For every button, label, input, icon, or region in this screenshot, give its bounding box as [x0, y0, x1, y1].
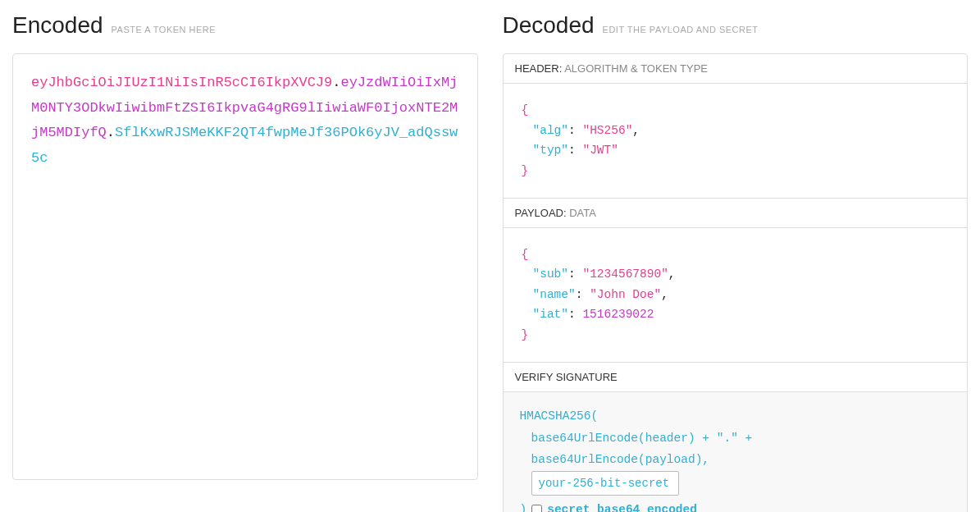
sig-line2: base64UrlEncode(payload), [520, 449, 951, 471]
jwt-header-segment: eyJhbGciOiJIUzI1NiIsInR5cCI6IkpXVCJ9 [31, 75, 332, 90]
secret-input[interactable] [531, 471, 679, 496]
secret-base64-checkbox[interactable] [531, 505, 542, 512]
jwt-dot-1: . [332, 75, 340, 90]
signature-section-label: VERIFY SIGNATURE [504, 363, 968, 392]
signature-body: HMACSHA256( base64UrlEncode(header) + ".… [504, 392, 968, 512]
encoded-title: Encoded [12, 12, 103, 39]
encoded-token-area[interactable]: eyJhbGciOiJIUzI1NiIsInR5cCI6IkpXVCJ9.eyJ… [12, 53, 478, 480]
secret-base64-label[interactable]: secret base64 encoded [547, 499, 697, 512]
header-json-area[interactable]: { "alg": "HS256", "typ": "JWT" } [504, 84, 968, 198]
encoded-column: Encoded PASTE A TOKEN HERE eyJhbGciOiJIU… [12, 12, 478, 512]
sig-func: HMACSHA256( [520, 405, 951, 427]
sig-line1: base64UrlEncode(header) + "." + [520, 427, 951, 450]
decoded-column: Decoded EDIT THE PAYLOAD AND SECRET HEAD… [503, 12, 969, 512]
encoded-hint: PASTE A TOKEN HERE [112, 25, 217, 34]
payload-section-label: PAYLOAD: DATA [504, 199, 968, 228]
decoded-hint: EDIT THE PAYLOAD AND SECRET [603, 25, 759, 34]
decoded-title: Decoded [503, 12, 595, 39]
jwt-dot-2: . [107, 125, 115, 140]
sig-close: ) [520, 499, 527, 512]
header-section-label: HEADER: ALGORITHM & TOKEN TYPE [504, 54, 968, 84]
payload-json-area[interactable]: { "sub": "1234567890", "name": "John Doe… [504, 228, 968, 362]
